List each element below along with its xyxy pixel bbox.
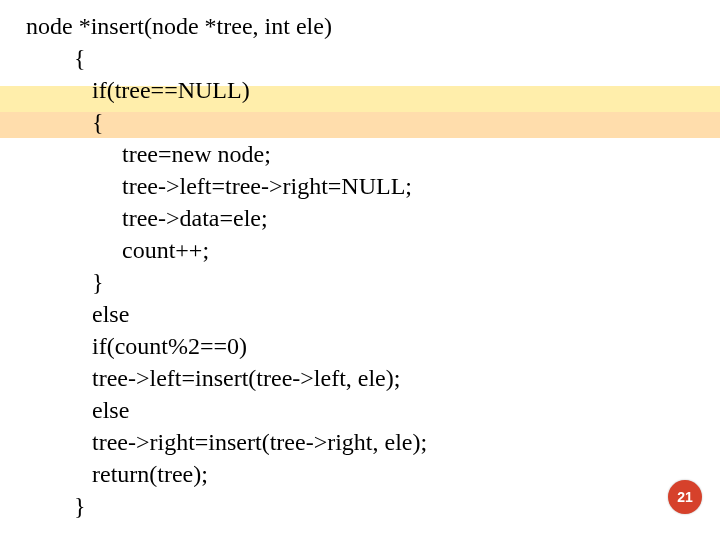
code-block: node *insert(node *tree, int ele) { if(t… [26, 10, 427, 522]
code-line: tree=new node; [26, 141, 271, 167]
code-line: count++; [26, 237, 209, 263]
page-number: 21 [677, 489, 693, 505]
code-line: tree->right=insert(tree->right, ele); [26, 429, 427, 455]
code-line: else [26, 301, 129, 327]
slide: node *insert(node *tree, int ele) { if(t… [0, 0, 720, 540]
code-line: } [26, 269, 104, 295]
code-line: tree->left=tree->right=NULL; [26, 173, 412, 199]
code-line: { [26, 109, 104, 135]
code-line: tree->left=insert(tree->left, ele); [26, 365, 400, 391]
code-line: node *insert(node *tree, int ele) [26, 13, 332, 39]
code-line: if(tree==NULL) [26, 77, 250, 103]
code-line: else [26, 397, 129, 423]
code-line: tree->data=ele; [26, 205, 268, 231]
code-line: { [26, 45, 86, 71]
code-line: } [26, 493, 86, 519]
code-line: return(tree); [26, 461, 208, 487]
code-line: if(count%2==0) [26, 333, 247, 359]
page-number-badge: 21 [668, 480, 702, 514]
